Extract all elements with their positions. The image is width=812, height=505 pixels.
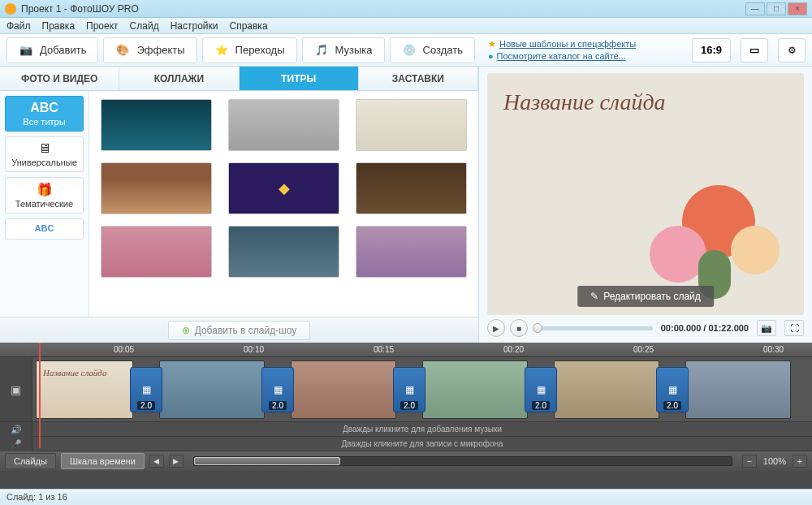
view-timeline-tab[interactable]: Шкала времени xyxy=(61,453,145,469)
tab-titles[interactable]: ТИТРЫ xyxy=(240,67,359,90)
create-button[interactable]: 💿 Создать xyxy=(390,37,475,63)
fullscreen-button[interactable]: ⛶ xyxy=(784,320,804,336)
time-display: 00:00.000 / 01:22.000 xyxy=(661,323,749,333)
timeline-clip[interactable] xyxy=(554,360,659,419)
add-button[interactable]: 📷 Добавить xyxy=(6,37,98,63)
preview-image xyxy=(633,161,796,307)
star-icon: ⭐ xyxy=(214,43,229,58)
side-cat-universal[interactable]: 🖥 Универсальные xyxy=(5,136,84,172)
title-template[interactable]: ◆ xyxy=(228,162,339,214)
settings-button[interactable]: ⚙ xyxy=(778,38,806,63)
title-template[interactable] xyxy=(228,226,339,278)
transitions-label: Переходы xyxy=(235,44,285,56)
screen-mode-button[interactable]: ▭ xyxy=(741,38,768,63)
video-track-content[interactable]: Название слайда ▦2.0 ▦2.0 ▦2.0 ▦2.0 ▦2.0 xyxy=(32,357,812,421)
zoom-in-button[interactable]: + xyxy=(793,455,807,468)
timeline-clip[interactable] xyxy=(159,360,265,419)
transition-duration: 2.0 xyxy=(400,401,418,410)
abc-icon: ABC xyxy=(9,101,80,115)
monitor-icon: 🖥 xyxy=(9,141,80,156)
side-categories: ABC Все титры 🖥 Универсальные 🎁 Тематиче… xyxy=(0,91,89,317)
scrollbar-thumb[interactable] xyxy=(194,457,340,465)
title-template[interactable] xyxy=(101,99,212,151)
minimize-button[interactable]: — xyxy=(745,2,765,15)
title-template[interactable] xyxy=(356,99,467,151)
speaker-icon: 🔊 xyxy=(0,422,32,437)
timeline-clip[interactable] xyxy=(685,360,791,419)
scroll-left-button[interactable]: ◀ xyxy=(149,455,164,468)
timeline-clip-title[interactable]: Название слайда xyxy=(36,360,133,419)
scroll-right-button[interactable]: ▶ xyxy=(169,455,184,468)
ruler-tick: 00:15 xyxy=(374,345,394,354)
timeline-clip[interactable] xyxy=(291,360,396,419)
music-label: Музыка xyxy=(335,44,373,56)
progress-bar[interactable] xyxy=(533,326,653,330)
transition-duration: 2.0 xyxy=(269,401,287,410)
effects-button[interactable]: 🎨 Эффекты xyxy=(103,37,197,63)
side-cat-universal-label: Универсальные xyxy=(11,158,77,167)
transition-duration: 2.0 xyxy=(137,401,155,410)
transition-icon: ▦ xyxy=(274,384,283,395)
tab-photo-video[interactable]: ФОТО И ВИДЕО xyxy=(0,67,119,90)
menu-project[interactable]: Проект xyxy=(86,20,119,32)
aspect-ratio-button[interactable]: 16:9 xyxy=(692,38,731,63)
title-template[interactable] xyxy=(356,226,467,278)
menu-edit[interactable]: Правка xyxy=(42,20,76,32)
play-button[interactable]: ▶ xyxy=(487,319,505,337)
music-track[interactable]: 🔊 Дважды кликните для добавления музыки xyxy=(0,422,812,437)
maximize-button[interactable]: □ xyxy=(767,2,786,15)
tab-collages[interactable]: КОЛЛАЖИ xyxy=(119,67,239,90)
playhead[interactable] xyxy=(39,343,41,448)
zoom-out-button[interactable]: − xyxy=(742,455,757,468)
side-cat-extra[interactable]: ABC xyxy=(5,218,84,240)
add-bar: ⊕ Добавить в слайд-шоу xyxy=(0,317,478,343)
side-cat-thematic-label: Тематические xyxy=(15,199,73,209)
menu-help[interactable]: Справка xyxy=(229,20,267,32)
transitions-button[interactable]: ⭐ Переходы xyxy=(202,37,297,63)
side-cat-all[interactable]: ABC Все титры xyxy=(5,96,84,132)
ruler-tick: 00:30 xyxy=(763,345,784,354)
promo-catalog-link[interactable]: Посмотрите каталог на сайте... xyxy=(497,51,626,61)
title-template[interactable] xyxy=(101,162,212,214)
timeline-transition[interactable]: ▦2.0 xyxy=(130,367,162,412)
menu-settings[interactable]: Настройки xyxy=(171,20,218,32)
promo-templates-link[interactable]: Новые шаблоны и спецэффекты xyxy=(499,39,636,49)
preview-viewport: Название слайда ✎ Редактировать слайд xyxy=(487,73,804,315)
horizontal-scrollbar[interactable] xyxy=(193,456,732,466)
menu-file[interactable]: Файл xyxy=(6,20,31,32)
music-button[interactable]: 🎵 Музыка xyxy=(302,37,385,63)
transition-icon: ▦ xyxy=(537,384,546,395)
add-to-slideshow-button[interactable]: ⊕ Добавить в слайд-шоу xyxy=(168,321,311,340)
add-label: Добавить xyxy=(40,44,86,56)
timeline-transition[interactable]: ▦2.0 xyxy=(261,367,294,412)
side-cat-thematic[interactable]: 🎁 Тематические xyxy=(5,177,84,214)
close-button[interactable]: × xyxy=(788,2,807,15)
main-area: ФОТО И ВИДЕО КОЛЛАЖИ ТИТРЫ ЗАСТАВКИ ABC … xyxy=(0,67,812,343)
disc-icon: 💿 xyxy=(402,43,417,58)
camera-icon: 📷 xyxy=(761,323,772,334)
view-slides-tab[interactable]: Слайды xyxy=(5,453,56,469)
progress-knob[interactable] xyxy=(533,323,542,333)
tab-intros[interactable]: ЗАСТАВКИ xyxy=(359,67,478,90)
time-ruler[interactable]: 00:05 00:10 00:15 00:20 00:25 00:30 xyxy=(0,343,812,357)
mic-track[interactable]: 🎤 Дважды кликните для записи с микрофона xyxy=(0,437,812,451)
timeline-clip[interactable] xyxy=(422,360,528,419)
video-track-icon: ▣ xyxy=(0,357,32,421)
gallery-pane: ФОТО И ВИДЕО КОЛЛАЖИ ТИТРЫ ЗАСТАВКИ ABC … xyxy=(0,67,479,343)
menu-slide[interactable]: Слайд xyxy=(130,20,159,32)
title-template[interactable] xyxy=(228,99,339,151)
title-template[interactable] xyxy=(101,226,212,278)
timeline-transition[interactable]: ▦2.0 xyxy=(525,367,557,412)
playback-controls: ▶ ■ 00:00.000 / 01:22.000 📷 ⛶ xyxy=(479,318,812,343)
snapshot-button[interactable]: 📷 xyxy=(757,320,776,336)
pencil-icon: ✎ xyxy=(590,291,598,302)
promo-links: ★Новые шаблоны и спецэффекты ●Посмотрите… xyxy=(488,38,636,63)
timeline-transition[interactable]: ▦2.0 xyxy=(656,367,689,412)
edit-slide-button[interactable]: ✎ Редактировать слайд xyxy=(577,286,714,307)
clip-label: Название слайда xyxy=(43,368,106,378)
stop-button[interactable]: ■ xyxy=(510,319,528,337)
timeline-transition[interactable]: ▦2.0 xyxy=(393,367,425,412)
thumbnail-grid: ◆ xyxy=(89,91,478,317)
transition-icon: ▦ xyxy=(668,384,677,395)
title-template[interactable] xyxy=(356,162,467,214)
